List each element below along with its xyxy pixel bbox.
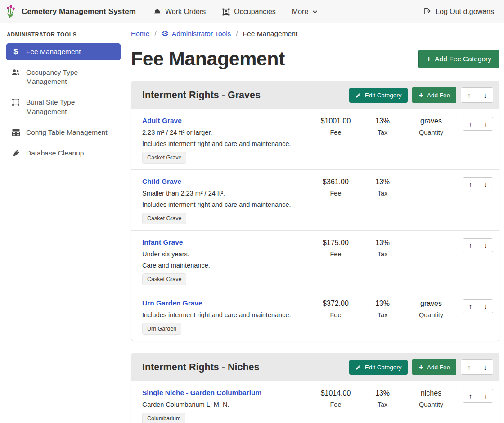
add-fee-button[interactable]: + Add Fee: [412, 359, 456, 375]
move-category-up-button[interactable]: ↑: [461, 88, 477, 102]
plus-icon: +: [418, 91, 423, 99]
tax-value: 13%: [359, 239, 406, 247]
breadcrumb-admin-tools-link[interactable]: ⚙ Administrator Tools: [162, 30, 231, 38]
fee-category-card: Interment Rights - Graves Edit Category …: [131, 81, 500, 341]
fee-reorder-group: ↑ ↓: [463, 299, 493, 313]
down-arrow-icon: ↓: [484, 302, 487, 310]
up-arrow-icon: ↑: [469, 302, 472, 310]
move-fee-up-button[interactable]: ↑: [463, 178, 478, 191]
fee-amount: $372.00: [312, 300, 359, 308]
logout-label: Log Out d.gowans: [436, 8, 494, 16]
gear-icon: ⚙: [162, 30, 169, 38]
breadcrumb-separator: /: [236, 30, 238, 38]
move-fee-down-button[interactable]: ↓: [478, 239, 493, 252]
edit-category-button[interactable]: Edit Category: [349, 360, 408, 375]
fee-tag: Casket Grave: [142, 273, 186, 285]
breadcrumb-home-link[interactable]: Home: [131, 30, 149, 38]
sidebar-item-burial-site-type-management[interactable]: Burial Site Type Management: [6, 94, 121, 120]
tax-column: 13% Tax: [359, 389, 406, 408]
move-category-down-button[interactable]: ↓: [477, 88, 493, 102]
app-brand[interactable]: Cemetery Management System: [5, 4, 136, 20]
sidebar-item-occupancy-type-management[interactable]: Occupancy Type Management: [6, 64, 121, 90]
fee-row: Child Grave Smaller than 2.23 m² / 24 ft…: [131, 170, 499, 231]
fee-amount: $175.00: [312, 239, 359, 247]
edit-category-button[interactable]: Edit Category: [349, 88, 408, 103]
add-fee-category-button[interactable]: + Add Fee Category: [418, 50, 500, 68]
move-fee-up-button[interactable]: ↑: [463, 239, 478, 252]
quantity-column: graves Quantity: [406, 117, 456, 136]
top-navbar: Cemetery Management System Work Orders: [0, 0, 504, 23]
fee-column: $361.00 Fee: [312, 177, 359, 197]
page-title: Fee Management: [131, 48, 285, 70]
down-arrow-icon: ↓: [483, 364, 487, 371]
move-fee-up-button[interactable]: ↑: [463, 300, 478, 313]
category-rows: Adult Grave 2.23 m² / 24 ft² or larger.I…: [131, 109, 499, 341]
move-fee-down-button[interactable]: ↓: [478, 117, 493, 130]
tax-column: 13% Tax: [359, 177, 406, 197]
logout-link[interactable]: Log Out d.gowans: [423, 7, 494, 17]
fee-name-link[interactable]: Urn Garden Grave: [142, 299, 202, 307]
sidebar-item-config-table-management[interactable]: Config Table Management: [6, 124, 121, 141]
tax-value: 13%: [359, 389, 406, 397]
move-fee-down-button[interactable]: ↓: [478, 178, 493, 191]
fee-reorder-group: ↑ ↓: [463, 177, 493, 191]
fee-name-link[interactable]: Infant Grave: [142, 238, 183, 246]
down-arrow-icon: ↓: [484, 181, 487, 188]
fee-tag: Urn Garden: [142, 323, 181, 335]
fee-row: Adult Grave 2.23 m² / 24 ft² or larger.I…: [131, 109, 499, 170]
quantity-column: graves Quantity: [406, 299, 456, 318]
move-fee-up-button[interactable]: ↑: [463, 389, 478, 402]
category-reorder-group: ↑ ↓: [461, 359, 493, 375]
fee-descriptions: Includes interment right and care and ma…: [142, 311, 308, 318]
up-arrow-icon: ↑: [469, 181, 472, 188]
fee-amount: $1014.00: [312, 389, 359, 397]
nav-more-label: More: [292, 8, 308, 16]
sidebar-item-database-cleanup[interactable]: Database Cleanup: [6, 145, 121, 162]
frame-corners-icon: [11, 98, 21, 106]
fee-tag: Casket Grave: [142, 152, 186, 164]
quantity-value: niches: [406, 389, 456, 397]
nav-occupancies[interactable]: Occupancies: [222, 8, 276, 16]
add-fee-button[interactable]: + Add Fee: [412, 87, 456, 103]
category-rows: Single Niche - Garden Columbarium Garden…: [131, 381, 499, 423]
edit-category-label: Edit Category: [365, 92, 402, 99]
down-arrow-icon: ↓: [484, 392, 487, 400]
down-arrow-icon: ↓: [484, 241, 487, 249]
add-fee-label: Add Fee: [427, 364, 450, 371]
pencil-icon: [356, 364, 361, 370]
fee-descriptions: Under six years.Care and maintenance.: [142, 250, 308, 269]
move-fee-down-button[interactable]: ↓: [478, 389, 493, 402]
category-title: Interment Rights - Niches: [142, 362, 259, 373]
breadcrumb: Home / ⚙ Administrator Tools / Fee Manag…: [131, 30, 500, 38]
sidebar-heading: ADMINISTRATOR TOOLS: [7, 32, 121, 38]
move-category-down-button[interactable]: ↓: [477, 360, 493, 374]
tax-column: 13% Tax: [359, 238, 406, 258]
up-arrow-icon: ↑: [469, 120, 472, 127]
fee-name-link[interactable]: Adult Grave: [142, 117, 182, 125]
quantity-label: Quantity: [406, 401, 456, 408]
admin-sidebar: ADMINISTRATOR TOOLS $ Fee Management Occ…: [0, 23, 126, 165]
add-fee-category-label: Add Fee Category: [435, 55, 491, 63]
sidebar-item-label: Config Table Management: [26, 128, 108, 137]
up-arrow-icon: ↑: [469, 241, 472, 249]
move-category-up-button[interactable]: ↑: [461, 360, 477, 374]
fee-amount-label: Fee: [312, 401, 359, 408]
fee-row: Infant Grave Under six years.Care and ma…: [131, 231, 499, 291]
fee-name-link[interactable]: Single Niche - Garden Columbarium: [142, 389, 261, 397]
nav-work-orders[interactable]: Work Orders: [153, 8, 206, 16]
quantity-label: Quantity: [406, 311, 456, 318]
move-fee-down-button[interactable]: ↓: [478, 300, 493, 313]
fee-description: Garden Columbarium L, M, N.: [142, 401, 308, 408]
up-arrow-icon: ↑: [469, 392, 472, 400]
up-arrow-icon: ↑: [468, 91, 471, 99]
fee-column: $372.00 Fee: [312, 299, 359, 318]
move-fee-up-button[interactable]: ↑: [463, 117, 478, 130]
nav-more-dropdown[interactable]: More: [292, 8, 318, 16]
sidebar-item-label: Fee Management: [26, 47, 81, 56]
sidebar-item-fee-management[interactable]: $ Fee Management: [6, 43, 121, 60]
fee-row: Single Niche - Garden Columbarium Garden…: [131, 381, 499, 423]
fee-column: $1001.00 Fee: [312, 117, 359, 136]
fee-name-link[interactable]: Child Grave: [142, 177, 181, 186]
tax-value: 13%: [359, 117, 406, 125]
nav-links: Work Orders Occupancies More: [153, 8, 318, 16]
